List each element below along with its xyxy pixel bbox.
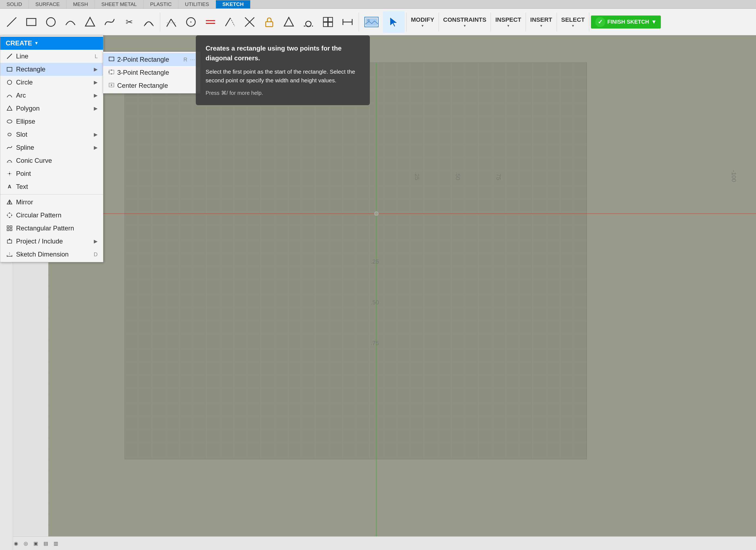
separator-1 — [160, 13, 160, 32]
tab-utilities[interactable]: UTILITIES — [178, 0, 216, 8]
separator-4 — [439, 13, 439, 32]
tool-image[interactable] — [361, 11, 382, 33]
polygon-submenu-arrow: ▶ — [94, 105, 98, 111]
menu-item-ellipse[interactable]: Ellipse — [0, 115, 103, 128]
menu-item-spline[interactable]: Spline ▶ — [0, 141, 103, 154]
tooltip-popup: Creates a rectangle using two points for… — [196, 35, 370, 105]
svg-rect-52 — [7, 226, 9, 228]
create-dropdown-menu: CREATE ▼ Line L Rectangle ▶ Circle ▶ Arc… — [0, 35, 103, 262]
tab-sheet-metal[interactable]: SHEET METAL — [95, 0, 144, 8]
tool-triangle-constraint[interactable] — [279, 11, 298, 33]
status-icon-3[interactable]: ◎ — [24, 540, 28, 546]
create-dropdown-arrow: ▼ — [34, 41, 39, 46]
tool-lock[interactable] — [260, 11, 279, 33]
svg-point-8 — [190, 21, 191, 23]
tool-equal[interactable] — [201, 11, 220, 33]
canvas-area[interactable]: .25 .50 .75 -100 .25 .50 .75 — [48, 35, 756, 550]
insert-group[interactable]: INSERT ▼ — [528, 15, 555, 29]
tool-rectangle[interactable] — [22, 11, 41, 33]
menu-item-slot[interactable]: Slot ▶ — [0, 128, 103, 141]
status-icon-4[interactable]: ▣ — [33, 540, 38, 546]
sketch-canvas[interactable] — [125, 63, 587, 459]
svg-point-47 — [7, 213, 12, 218]
tool-resize[interactable] — [338, 11, 357, 33]
lock-icon — [264, 16, 275, 28]
menu-slot-label: Slot — [16, 131, 27, 138]
tab-mesh[interactable]: MESH — [67, 0, 95, 8]
tab-sketch[interactable]: SKETCH — [216, 0, 250, 8]
menu-item-circular-pattern[interactable]: Circular Pattern — [0, 209, 103, 222]
menu-item-point[interactable]: Point — [0, 167, 103, 180]
tab-plastic[interactable]: PLASTIC — [144, 0, 178, 8]
dimension-menu-icon — [6, 251, 13, 258]
pattern-icon — [322, 16, 334, 28]
tool-polygon[interactable] — [80, 11, 100, 33]
menu-item-arc[interactable]: Arc ▶ — [0, 89, 103, 102]
constraints-group[interactable]: CONSTRAINTS ▼ — [441, 15, 489, 29]
submenu-3point-rect[interactable]: 3-Point Rectangle — [103, 66, 200, 79]
select-group[interactable]: SELECT ▼ — [559, 15, 588, 29]
3point-rect-icon — [109, 69, 114, 76]
tool-circle2[interactable] — [181, 11, 200, 33]
tool-trim[interactable]: ✂ — [120, 11, 139, 33]
tool-extend[interactable] — [162, 11, 181, 33]
tool-pattern[interactable] — [318, 11, 337, 33]
menu-item-line[interactable]: Line L — [0, 50, 103, 63]
equal-icon — [205, 16, 216, 28]
svg-rect-64 — [109, 70, 114, 74]
tool-line[interactable] — [2, 11, 21, 33]
circle-icon — [45, 16, 57, 28]
spline-menu-icon — [6, 144, 13, 151]
ellipse-menu-icon — [6, 118, 13, 125]
status-bar: ● ◉ ◎ ▣ ▤ ▥ — [0, 536, 756, 550]
finish-sketch-button[interactable]: ✓ FINISH SKETCH ▼ — [591, 15, 661, 29]
inspect-group[interactable]: INSPECT ▼ — [492, 15, 524, 29]
grid-num-bottom-75: .75 — [371, 340, 379, 347]
submenu-2point-rect[interactable]: 2-Point Rectangle R ⋯ — [103, 53, 200, 66]
tool-arc[interactable] — [61, 11, 80, 33]
rect-pattern-menu-icon — [6, 225, 13, 232]
modify-group[interactable]: MODIFY ▼ — [408, 15, 437, 29]
menu-point-label: Point — [16, 170, 31, 178]
offset-icon — [143, 16, 154, 28]
spline-icon — [104, 16, 115, 28]
image-icon — [364, 16, 379, 28]
line-menu-icon — [6, 52, 13, 60]
menu-item-circle[interactable]: Circle ▶ — [0, 76, 103, 89]
status-icon-5[interactable]: ▤ — [44, 540, 48, 546]
tab-solid[interactable]: SOLID — [0, 0, 29, 8]
tab-surface[interactable]: SURFACE — [29, 0, 67, 8]
status-icon-2[interactable]: ◉ — [14, 540, 18, 546]
menu-item-mirror[interactable]: Mirror — [0, 196, 103, 209]
main-toolbar: ✂ — [0, 9, 756, 35]
svg-rect-53 — [10, 226, 12, 228]
menu-item-text[interactable]: A Text — [0, 180, 103, 193]
svg-point-49 — [11, 215, 12, 216]
tool-angled[interactable] — [221, 11, 240, 33]
status-icon-6[interactable]: ▥ — [54, 540, 58, 546]
tool-offset[interactable] — [139, 11, 158, 33]
text-menu-icon: A — [6, 183, 13, 191]
menu-item-rectangle[interactable]: Rectangle ▶ — [0, 63, 103, 76]
center-rect-icon — [109, 82, 114, 89]
tooltip-title: Creates a rectangle using two points for… — [206, 44, 360, 63]
grid-num-bottom-50: .50 — [371, 299, 379, 306]
2point-rect-more[interactable]: ⋯ — [190, 57, 195, 63]
menu-item-sketch-dimension[interactable]: Sketch Dimension D — [0, 248, 103, 261]
svg-rect-39 — [8, 133, 11, 136]
menu-item-polygon[interactable]: Polygon ▶ — [0, 102, 103, 115]
arc-submenu-arrow: ▶ — [94, 92, 98, 98]
tool-tangent[interactable] — [299, 11, 318, 33]
svg-rect-33 — [125, 63, 587, 459]
menu-item-conic[interactable]: Conic Curve — [0, 154, 103, 167]
tool-select-cursor[interactable] — [383, 11, 405, 33]
submenu-center-rect[interactable]: Center Rectangle — [103, 79, 200, 92]
tool-spline[interactable] — [100, 11, 119, 33]
tool-intersect[interactable] — [240, 11, 259, 33]
tool-circle[interactable] — [41, 11, 60, 33]
menu-text-label: Text — [16, 183, 28, 191]
create-button[interactable]: CREATE ▼ — [0, 37, 103, 50]
svg-point-18 — [306, 21, 311, 27]
menu-item-rectangular-pattern[interactable]: Rectangular Pattern — [0, 222, 103, 235]
menu-item-project-include[interactable]: Project / Include ▶ — [0, 235, 103, 248]
